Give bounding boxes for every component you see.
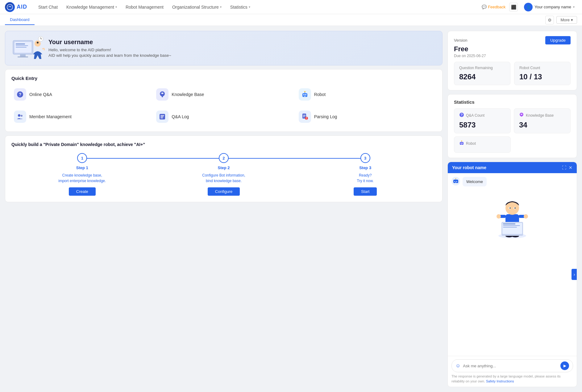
statistics-grid: ? Q&A Count 5873 Knowledge Base 34 bbox=[454, 108, 571, 153]
knowledge-base-stat-icon bbox=[519, 112, 524, 118]
svg-rect-33 bbox=[303, 117, 305, 117]
svg-point-67 bbox=[514, 207, 516, 209]
subnav-right: ⚙ More ▾ bbox=[545, 16, 577, 24]
svg-point-0 bbox=[7, 4, 13, 10]
qa-log-icon bbox=[156, 111, 168, 123]
configure-button[interactable]: Configure bbox=[208, 187, 240, 196]
create-button[interactable]: Create bbox=[69, 187, 96, 196]
nav-knowledge-management[interactable]: Knowledge Management ▾ bbox=[63, 3, 121, 11]
sub-navigation: Dashboard ⚙ More ▾ bbox=[0, 14, 582, 26]
chat-input-icon: ☺ bbox=[455, 363, 460, 369]
share-icon: ⬛ bbox=[511, 5, 516, 10]
svg-rect-4 bbox=[18, 56, 28, 57]
quick-item-member-management[interactable]: Member Management bbox=[11, 108, 151, 125]
qa-count-header: ? Q&A Count bbox=[459, 112, 505, 118]
quick-item-robot[interactable]: Robot bbox=[296, 86, 436, 103]
version-header: Version Upgrade bbox=[454, 36, 571, 44]
qa-count-value: 5873 bbox=[459, 121, 505, 129]
robot-count-label: Robot Count bbox=[519, 66, 565, 70]
welcome-subtitle: Hello, welcome to the AID platform! bbox=[48, 48, 435, 52]
settings-icon-button[interactable]: ⚙ bbox=[545, 16, 554, 24]
share-icon-button[interactable]: ⬛ bbox=[509, 3, 518, 11]
svg-rect-3 bbox=[20, 54, 26, 57]
svg-rect-27 bbox=[160, 115, 164, 116]
svg-point-49 bbox=[456, 181, 457, 182]
more-button[interactable]: More ▾ bbox=[556, 16, 577, 24]
svg-text:?: ? bbox=[19, 92, 22, 97]
nav-organizational-structure[interactable]: Organizational Structure ▾ bbox=[168, 3, 225, 11]
svg-point-48 bbox=[455, 181, 455, 182]
send-icon: ▶ bbox=[563, 364, 566, 368]
feedback-button[interactable]: 💬 Feedback bbox=[482, 5, 505, 9]
step-1-description: Create knowledge base, import enterprise… bbox=[58, 173, 106, 184]
quick-item-qa-log[interactable]: Q&A Log bbox=[154, 108, 293, 125]
user-menu-button[interactable]: 👤 Your company name ▾ bbox=[522, 2, 577, 13]
knowledge-base-stat: Knowledge Base 34 bbox=[514, 108, 571, 133]
svg-rect-72 bbox=[503, 227, 517, 227]
svg-point-20 bbox=[305, 94, 306, 95]
chat-body: Welcome bbox=[448, 173, 577, 356]
subnav-tabs: Dashboard bbox=[5, 15, 35, 25]
chat-illustration bbox=[451, 190, 573, 239]
step-3-description: Ready? Try it now. bbox=[357, 173, 374, 184]
upgrade-button[interactable]: Upgrade bbox=[545, 36, 571, 44]
steps-heading: Quickly build a "Private Domain" knowled… bbox=[11, 142, 436, 147]
step-1-circle: 1 bbox=[77, 153, 87, 163]
step-1-item: 1 Step 1 Create knowledge base, import e… bbox=[51, 153, 113, 196]
robot-stat-header: Robot bbox=[459, 140, 505, 146]
nav-start-chat[interactable]: Start Chat bbox=[35, 3, 61, 11]
knowledge-base-stat-label: Knowledge Base bbox=[526, 113, 554, 118]
quick-entry-title: Quick Entry bbox=[11, 76, 436, 81]
svg-point-9 bbox=[37, 42, 39, 44]
svg-text:?: ? bbox=[461, 113, 463, 117]
svg-point-52 bbox=[455, 178, 456, 179]
robot-stat: Robot bbox=[454, 136, 511, 153]
svg-rect-70 bbox=[503, 223, 515, 224]
left-panel: Your username Hello, welcome to the AID … bbox=[5, 31, 443, 387]
step-3-label: Step 3 bbox=[359, 165, 371, 170]
nav-statistics[interactable]: Statistics ▾ bbox=[227, 3, 254, 11]
close-icon[interactable]: ✕ bbox=[569, 165, 572, 170]
chat-send-button[interactable]: ▶ bbox=[560, 361, 569, 370]
right-panel: Version Upgrade Free Due on 2025-06-27 Q… bbox=[447, 31, 577, 387]
step-2-description: Configure Bot information, bind knowledg… bbox=[202, 173, 245, 184]
chat-welcome-text: Welcome bbox=[463, 177, 487, 186]
chevron-down-icon: ▾ bbox=[115, 5, 117, 9]
quick-item-label: Q&A Log bbox=[172, 114, 189, 119]
robot-count-value: 10 / 13 bbox=[519, 73, 565, 81]
quick-entry-card: Quick Entry ? Online Q&A Knowledge Base bbox=[5, 69, 443, 132]
safety-instructions-link[interactable]: Safety Instructions bbox=[486, 379, 514, 383]
main-layout: Your username Hello, welcome to the AID … bbox=[0, 26, 582, 392]
parsing-log-icon: ! bbox=[299, 111, 311, 123]
step-3-item: 3 Step 3 Ready? Try it now. Start bbox=[335, 153, 396, 196]
svg-rect-71 bbox=[503, 225, 520, 226]
chat-robot-name: Your robot name bbox=[452, 165, 486, 170]
chat-collapse-arrow[interactable]: › bbox=[572, 269, 577, 280]
chat-header: Your robot name ⛶ ✕ bbox=[448, 162, 577, 173]
qa-count-stat: ? Q&A Count 5873 bbox=[454, 108, 511, 133]
tab-dashboard[interactable]: Dashboard bbox=[5, 15, 35, 25]
svg-point-42 bbox=[461, 143, 462, 144]
quick-item-label: Parsing Log bbox=[314, 114, 337, 119]
quick-entry-grid: ? Online Q&A Knowledge Base Robot bbox=[11, 86, 436, 125]
svg-point-23 bbox=[304, 91, 306, 92]
chevron-down-icon: ▾ bbox=[220, 5, 222, 9]
version-name: Free bbox=[454, 45, 571, 53]
feedback-icon: 💬 bbox=[482, 5, 487, 9]
app-logo[interactable]: AID bbox=[5, 2, 27, 12]
start-button[interactable]: Start bbox=[354, 187, 377, 196]
quick-item-online-qa[interactable]: ? Online Q&A bbox=[11, 86, 151, 103]
svg-point-62 bbox=[524, 214, 528, 219]
expand-icon[interactable]: ⛶ bbox=[562, 165, 566, 170]
quick-item-parsing-log[interactable]: ! Parsing Log bbox=[296, 108, 436, 125]
knowledge-base-stat-value: 34 bbox=[519, 121, 565, 129]
svg-point-46 bbox=[461, 140, 462, 141]
brand-name: AID bbox=[17, 4, 27, 10]
robot-icon bbox=[299, 88, 311, 101]
statistics-card: Statistics ? Q&A Count 5873 bbox=[447, 94, 577, 158]
svg-point-61 bbox=[497, 214, 501, 219]
nav-robot-management[interactable]: Robot Management bbox=[122, 3, 167, 11]
svg-rect-50 bbox=[455, 182, 456, 183]
chat-input[interactable] bbox=[463, 364, 558, 368]
quick-item-knowledge-base[interactable]: Knowledge Base bbox=[154, 86, 293, 103]
